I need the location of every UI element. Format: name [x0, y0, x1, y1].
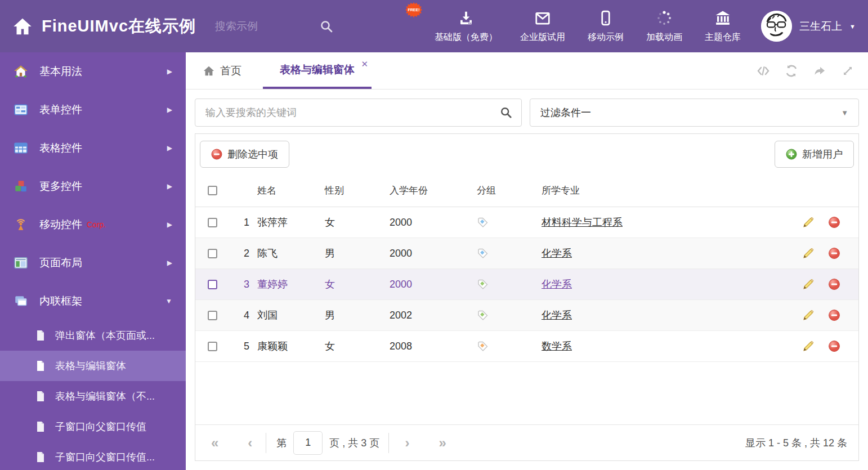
filter-row: 过滤条件一 ▼ — [195, 99, 859, 127]
sidebar-subitem-grid-edit-window-2[interactable]: 表格与编辑窗体（不... — [0, 381, 186, 411]
sidebar-subitem-label: 表格与编辑窗体 — [55, 359, 126, 373]
sidebar-item-mobile-controls[interactable]: 移动控件 Corp. ▶ — [0, 205, 186, 244]
column-major[interactable]: 所学专业 — [536, 184, 786, 197]
sidebar-item-iframe[interactable]: 内联框架 ▼ — [0, 282, 186, 320]
search-icon[interactable] — [320, 20, 333, 33]
column-gender[interactable]: 性别 — [319, 184, 384, 197]
row-checkbox[interactable] — [208, 342, 217, 351]
button-label: 删除选中项 — [227, 147, 278, 161]
table-row[interactable]: 4 刘国 男 2002 化学系 — [195, 300, 858, 331]
refresh-icon[interactable] — [785, 64, 798, 78]
tab-home[interactable]: 首页 — [194, 52, 250, 89]
layout-icon — [14, 256, 28, 270]
sidebar-item-basic-usage[interactable]: 基本用法 ▶ — [0, 52, 186, 91]
nav-label: 基础版（免费） — [435, 32, 498, 43]
nav-label: 移动示例 — [588, 32, 624, 43]
major-link[interactable]: 化学系 — [542, 310, 572, 321]
delete-icon[interactable] — [828, 309, 840, 321]
edit-icon[interactable] — [802, 278, 815, 290]
nav-label: 企业版试用 — [520, 32, 565, 43]
column-name[interactable]: 姓名 — [252, 184, 319, 197]
table-header-row: 姓名 性别 入学年份 分组 所学专业 — [195, 174, 858, 207]
home-icon[interactable] — [12, 16, 33, 37]
add-user-button[interactable]: 新增用户 — [775, 141, 854, 168]
sidebar-subitem-child-to-parent-2[interactable]: 子窗口向父窗口传值... — [0, 442, 186, 470]
sidebar-item-grid-controls[interactable]: 表格控件 ▶ — [0, 129, 186, 167]
table-row[interactable]: 5 康颖颖 女 2008 数学系 — [195, 331, 858, 362]
delete-icon[interactable] — [828, 278, 840, 290]
pager-divider — [388, 433, 389, 453]
nav-enterprise-trial[interactable]: 企业版试用 — [520, 10, 565, 43]
chevron-right-icon: ▶ — [167, 144, 172, 152]
row-checkbox[interactable] — [208, 249, 217, 258]
pagination-bar: « ‹ 第 页 , 共 3 页 › » 显示 1 - 5 条 , 共 12 条 — [195, 424, 858, 460]
select-all-checkbox[interactable] — [208, 186, 217, 195]
user-menu[interactable]: 三生石上 ▼ — [761, 11, 856, 42]
edit-icon[interactable] — [802, 247, 815, 259]
pager-divider — [266, 433, 266, 453]
next-page-button[interactable]: › — [405, 436, 409, 450]
header-search-input[interactable] — [214, 20, 298, 33]
sidebar-item-form-controls[interactable]: 表单控件 ▶ — [0, 91, 186, 129]
major-link[interactable]: 材料科学与工程系 — [542, 217, 623, 228]
cell-name: 陈飞 — [252, 247, 319, 260]
sidebar-subitem-grid-edit-window[interactable]: 表格与编辑窗体 — [0, 351, 186, 381]
close-icon[interactable]: ✕ — [361, 59, 368, 69]
nav-label: 主题仓库 — [705, 32, 741, 43]
cell-year: 2000 — [384, 279, 471, 290]
tab-tools — [757, 52, 860, 89]
expand-icon[interactable] — [841, 64, 854, 78]
page-number-input[interactable] — [293, 431, 323, 455]
table-row-selected[interactable]: 3 董婷婷 女 2000 化学系 — [195, 269, 858, 300]
header-nav: FREE! 基础版（免费） 企业版试用 移动示例 加载动画 主题仓库 — [435, 10, 741, 43]
keyword-search-input[interactable] — [204, 106, 500, 119]
prev-page-button[interactable]: ‹ — [248, 436, 252, 450]
code-icon[interactable] — [757, 64, 770, 78]
first-page-button[interactable]: « — [211, 436, 218, 450]
filter-dropdown[interactable]: 过滤条件一 ▼ — [530, 99, 859, 127]
column-group[interactable]: 分组 — [471, 184, 536, 197]
chevron-right-icon: ▶ — [167, 221, 172, 229]
major-link[interactable]: 化学系 — [542, 279, 572, 290]
sidebar-subitem-child-to-parent[interactable]: 子窗口向父窗口传值 — [0, 411, 186, 442]
tab-label: 首页 — [220, 64, 241, 78]
minus-circle-icon — [211, 149, 222, 160]
row-index: 4 — [229, 310, 252, 321]
sidebar-item-more-controls[interactable]: 更多控件 ▶ — [0, 167, 186, 205]
chevron-down-icon: ▼ — [849, 23, 856, 30]
major-link[interactable]: 数学系 — [542, 341, 572, 352]
delete-selected-button[interactable]: 删除选中项 — [200, 141, 289, 168]
chevron-down-icon: ▼ — [841, 109, 848, 117]
row-checkbox[interactable] — [208, 311, 217, 320]
major-link[interactable]: 化学系 — [542, 248, 572, 259]
sidebar-subitem-popup-window[interactable]: 弹出窗体（本页面或... — [0, 320, 186, 351]
edit-icon[interactable] — [802, 216, 815, 229]
row-checkbox[interactable] — [208, 218, 217, 227]
nav-loading-animation[interactable]: 加载动画 — [646, 10, 682, 43]
nav-basic-edition[interactable]: FREE! 基础版（免费） — [435, 10, 498, 43]
mobile-icon — [597, 10, 614, 26]
sidebar-item-page-layout[interactable]: 页面布局 ▶ — [0, 244, 186, 282]
share-icon[interactable] — [813, 64, 826, 78]
nav-mobile-demo[interactable]: 移动示例 — [588, 10, 624, 43]
table-row[interactable]: 1 张萍萍 女 2000 材料科学与工程系 — [195, 207, 858, 238]
column-year[interactable]: 入学年份 — [384, 184, 471, 197]
edit-icon[interactable] — [802, 309, 815, 321]
sidebar-item-label: 更多控件 — [39, 179, 82, 194]
pagination-summary: 显示 1 - 5 条 , 共 12 条 — [745, 436, 847, 450]
app-title: FineUIMvc在线示例 — [42, 15, 196, 38]
filter-dropdown-value: 过滤条件一 — [540, 106, 591, 119]
search-icon[interactable] — [500, 106, 512, 119]
last-page-button[interactable]: » — [439, 436, 446, 450]
antenna-icon — [14, 217, 28, 232]
row-checkbox[interactable] — [208, 280, 217, 289]
sidebar-item-label: 表格控件 — [39, 141, 82, 155]
tab-grid-edit-window[interactable]: 表格与编辑窗体 ✕ — [263, 52, 372, 89]
delete-icon[interactable] — [828, 247, 840, 259]
delete-icon[interactable] — [828, 340, 840, 352]
table-row[interactable]: 2 陈飞 男 2000 化学系 — [195, 238, 858, 269]
delete-icon[interactable] — [828, 216, 840, 229]
edit-icon[interactable] — [802, 340, 815, 352]
bank-icon — [714, 10, 731, 26]
nav-theme-repo[interactable]: 主题仓库 — [705, 10, 741, 43]
